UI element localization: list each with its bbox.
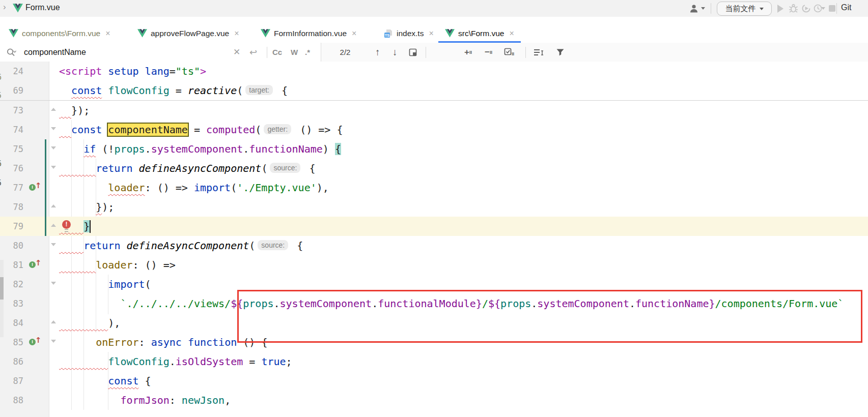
tab-close-icon[interactable]: × <box>509 29 514 38</box>
fold-marker-icon[interactable] <box>51 127 56 130</box>
code-text[interactable]: }); <box>59 101 868 120</box>
code-text[interactable]: const componentName = computed(getter: (… <box>59 120 868 139</box>
code-line-24[interactable]: 24<script setup lang="ts"> <box>0 62 868 81</box>
fold-marker-icon[interactable] <box>51 340 56 343</box>
code-line-78[interactable]: 78 }); <box>0 197 868 217</box>
fold-marker-icon[interactable] <box>51 282 56 285</box>
breadcrumb-chevron-icon[interactable]: › <box>3 2 6 12</box>
code-text[interactable]: loader: () => import('./Empty.vue'), <box>59 178 868 197</box>
code-text[interactable]: formJson: newJson, <box>59 391 868 410</box>
editor-tab[interactable]: components\Form.vue× <box>2 24 117 43</box>
gutter[interactable]: 79 <box>0 217 49 236</box>
regex-toggle[interactable]: .* <box>305 43 310 62</box>
vcs-change-marker[interactable] <box>45 178 46 197</box>
code-line-75[interactable]: 75 if (!props.systemComponent.functionNa… <box>0 139 868 159</box>
gutter[interactable]: 86 <box>0 352 49 371</box>
implemented-marker-icon[interactable]: I <box>29 184 36 191</box>
editor-tab[interactable]: approveFlowPage.vue× <box>131 24 246 43</box>
implemented-marker-icon[interactable]: I <box>29 261 36 268</box>
run-configuration-dropdown[interactable]: 当前文件 <box>717 2 772 16</box>
fold-column[interactable] <box>49 81 59 100</box>
select-all-occurrences-button[interactable]: II <box>504 43 515 62</box>
code-line-81[interactable]: 81I loader: () => <box>0 255 868 275</box>
fold-column[interactable] <box>49 197 59 217</box>
tab-close-icon[interactable]: × <box>105 29 110 38</box>
debug-button[interactable] <box>789 4 798 15</box>
error-icon[interactable]: ! <box>62 220 71 229</box>
code-text[interactable]: const flowConfig = reactive(target: { <box>59 81 868 100</box>
run-with-coverage-button[interactable] <box>801 4 811 15</box>
editor-tab[interactable]: FormInformation.vue× <box>254 24 363 43</box>
code-line-69[interactable]: 69 const flowConfig = reactive(target: { <box>0 81 868 100</box>
clear-search-icon[interactable]: ✕ <box>233 43 240 62</box>
fold-column[interactable] <box>49 352 59 371</box>
code-text[interactable]: if (!props.systemComponent.functionName)… <box>59 139 868 159</box>
gutter[interactable]: 24 <box>0 62 49 81</box>
git-menu[interactable]: Git <box>841 3 851 12</box>
implemented-marker-icon[interactable]: I <box>29 339 36 345</box>
gutter[interactable]: 76 <box>0 159 49 178</box>
fold-column[interactable] <box>49 294 59 313</box>
fold-column[interactable] <box>49 391 59 410</box>
fold-column[interactable] <box>49 178 59 197</box>
code-line-76[interactable]: 76 return defineAsyncComponent(source: { <box>0 159 868 178</box>
code-line-73[interactable]: 73 }); <box>0 101 868 120</box>
fold-column[interactable] <box>49 101 59 120</box>
code-text[interactable]: loader: () => <box>59 255 868 275</box>
vcs-change-marker[interactable] <box>45 197 46 217</box>
gutter[interactable]: 75 <box>0 139 49 159</box>
editor-tab[interactable]: src\Form.vue× <box>438 24 521 43</box>
gutter[interactable]: 77I <box>0 178 49 197</box>
vcs-change-marker[interactable] <box>45 159 46 178</box>
vcs-change-marker[interactable] <box>45 139 46 159</box>
gutter[interactable]: 87 <box>0 371 49 391</box>
search-input[interactable]: componentName <box>24 43 86 62</box>
code-text[interactable]: }); <box>59 197 868 217</box>
stop-button[interactable] <box>829 5 835 12</box>
fold-marker-icon[interactable] <box>51 243 56 246</box>
whole-words-toggle[interactable]: W <box>291 43 298 62</box>
code-text[interactable]: <script setup lang="ts"> <box>59 62 868 81</box>
editor-tab[interactable]: TS index.ts× <box>377 24 440 43</box>
search-history-icon[interactable]: ↩ <box>249 43 257 62</box>
code-line-74[interactable]: 74 const componentName = computed(getter… <box>0 120 868 139</box>
fold-column[interactable] <box>49 236 59 255</box>
gutter[interactable]: 69 <box>0 81 49 100</box>
gutter[interactable]: 88 <box>0 391 49 410</box>
search-in-selection-icon[interactable] <box>534 43 544 62</box>
gutter[interactable]: 74 <box>0 120 49 139</box>
code-line-79[interactable]: 79! } <box>0 217 868 236</box>
fold-column[interactable] <box>49 275 59 294</box>
fold-column[interactable] <box>49 139 59 159</box>
match-case-toggle[interactable]: Cc <box>272 43 282 62</box>
tab-close-icon[interactable]: × <box>352 29 356 38</box>
edge-scrollbar-thumb[interactable] <box>0 277 4 300</box>
gutter[interactable]: 80 <box>0 236 49 255</box>
fold-marker-icon[interactable] <box>51 108 56 111</box>
profile-dropdown-arrow-icon[interactable] <box>701 7 705 10</box>
fold-column[interactable] <box>49 371 59 391</box>
fold-marker-icon[interactable] <box>51 204 56 207</box>
gutter[interactable]: 78 <box>0 197 49 217</box>
code-line-80[interactable]: 80 return defineAsyncComponent(source: { <box>0 236 868 255</box>
tab-close-icon[interactable]: × <box>429 29 433 38</box>
fold-column[interactable] <box>49 120 59 139</box>
previous-occurrence-button[interactable]: ↑ <box>375 43 380 62</box>
next-occurrence-button[interactable]: ↓ <box>393 43 398 62</box>
fold-column[interactable] <box>49 255 59 275</box>
code-line-77[interactable]: 77I loader: () => import('./Empty.vue'), <box>0 178 868 197</box>
user-profile-icon[interactable] <box>689 4 699 15</box>
fold-column[interactable] <box>49 159 59 178</box>
code-line-87[interactable]: 87 const { <box>0 371 868 391</box>
profiler-dropdown-arrow-icon[interactable] <box>821 7 825 10</box>
open-in-find-window-button[interactable] <box>409 43 417 62</box>
gutter[interactable]: 73 <box>0 101 49 120</box>
gutter[interactable]: 81I <box>0 255 49 275</box>
code-text[interactable]: return defineAsyncComponent(source: { <box>59 159 868 178</box>
code-text[interactable]: flowConfig.isOldSystem = true; <box>59 352 868 371</box>
remove-occurrence-button[interactable]: −II <box>485 43 492 62</box>
tab-close-icon[interactable]: × <box>234 29 239 38</box>
gutter[interactable]: 82 <box>0 275 49 294</box>
code-line-88[interactable]: 88 formJson: newJson, <box>0 391 868 410</box>
fold-marker-icon[interactable] <box>51 224 56 227</box>
